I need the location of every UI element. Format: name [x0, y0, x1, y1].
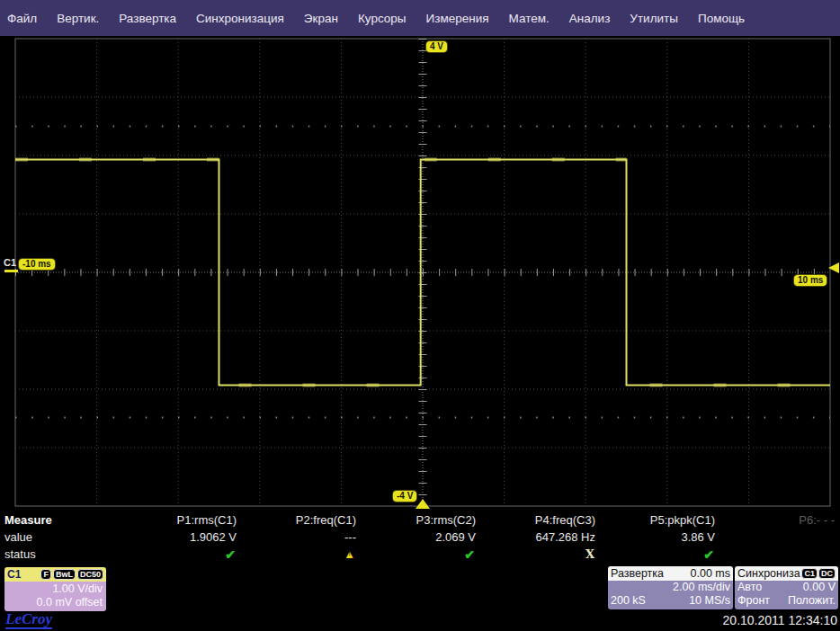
trigger-source-badges: C1 DC: [801, 568, 836, 579]
parameter-header-p2[interactable]: P2:freq(C1): [238, 513, 358, 530]
status-warning-icon: ▲!: [344, 547, 355, 561]
parameter-value-p2: ---: [238, 530, 358, 547]
parameter-header-p3[interactable]: P3:rms(C2): [358, 513, 478, 530]
right-time-badge: 10 ms: [794, 275, 827, 286]
parameter-value-p3: 2.069 V: [358, 530, 478, 547]
trigger-box-body: Авто 0.00 V Фронт Положит.: [735, 581, 838, 609]
timebase-descriptor-box[interactable]: Развертка 0.00 ms 2.00 ms/div 200 kS 10 …: [608, 566, 733, 609]
status-ok-icon: ✔: [703, 547, 714, 562]
oscilloscope-screen: ФайлВертик.РазверткаСинхронизацияЭкранКу…: [0, 0, 840, 631]
parameter-value-p4: 647.268 Hz: [478, 530, 597, 547]
timebase-samples: 200 kS: [611, 594, 646, 608]
parameter-value-p6: [717, 530, 836, 547]
trigger-slope: Положит.: [788, 594, 836, 608]
parameter-status-p3: ✔: [358, 547, 478, 564]
channel1-coupling-f-badge: F: [40, 569, 51, 580]
parameter-status-p4: X: [478, 547, 597, 564]
channel1-name: C1: [7, 568, 39, 581]
trigger-time-arrow-icon[interactable]: [416, 499, 430, 509]
lecroy-logo: LeCroy: [5, 611, 52, 629]
timebase-title: Развертка: [611, 567, 664, 580]
status-ok-icon: ✔: [225, 547, 236, 562]
trigger-source-badge: C1: [801, 568, 818, 579]
trigger-mode: Авто: [737, 581, 762, 594]
value-row-label: value: [0, 530, 119, 547]
channel1-box-body: 1.00 V/div 0.0 mV offset: [4, 582, 106, 611]
channel-label: C1: [4, 257, 16, 268]
channel1-offset: 0.0 mV offset: [8, 596, 103, 609]
trigger-slope-label: Фронт: [737, 594, 770, 608]
parameter-value-p1: 1.9062 V: [119, 530, 238, 547]
left-time-badge: -10 ms: [19, 259, 55, 270]
parameter-status-p5: ✔: [597, 547, 717, 564]
parameter-status-p2: ▲!: [238, 547, 358, 564]
parameter-header-p6[interactable]: P6:- - -: [717, 513, 836, 530]
timebase-scale: 2.00 ms/div: [673, 581, 730, 594]
parameter-header-p4[interactable]: P4:freq(C3): [478, 513, 597, 530]
trigger-descriptor-box[interactable]: Синхрониза C1 DC Авто 0.00 V Фронт Полож…: [735, 566, 838, 609]
channel1-descriptor-box[interactable]: C1 F BwL DC50 1.00 V/div 0.0 mV offset: [4, 567, 106, 611]
parameter-header-p1[interactable]: P1:rms(C1): [119, 513, 238, 530]
timebase-delay: 0.00 ms: [691, 567, 730, 580]
trigger-level: 0.00 V: [803, 581, 836, 594]
top-voltage-badge: 4 V: [426, 41, 447, 52]
measure-row-label: Measure: [0, 513, 119, 530]
parameter-header-p5[interactable]: P5:pkpk(C1): [597, 513, 717, 530]
parameter-status-p1: ✔: [119, 547, 238, 564]
trigger-box-header: Синхрониза C1 DC: [735, 566, 838, 581]
measure-table: MeasureP1:rms(C1)P2:freq(C1)P3:rms(C2)P4…: [0, 513, 840, 564]
trigger-title: Синхрониза: [737, 567, 800, 580]
status-ok-icon: ✔: [464, 547, 475, 562]
parameter-status-p6: [717, 547, 836, 564]
timebase-box-body: 2.00 ms/div 200 kS 10 MS/s: [608, 581, 733, 609]
datetime-display: 20.10.2011 12:34:10: [723, 613, 837, 627]
channel1-bwl-badge: BwL: [53, 569, 76, 580]
trigger-level-arrow-icon[interactable]: [828, 262, 839, 273]
timebase-box-header: Развертка 0.00 ms: [608, 566, 733, 581]
status-invalid-icon: X: [585, 547, 594, 561]
parameter-value-p5: 3.86 V: [597, 530, 717, 547]
channel1-volts-per-div: 1.00 V/div: [8, 582, 103, 596]
bottom-voltage-badge: -4 V: [393, 491, 416, 502]
timebase-sample-rate: 10 MS/s: [689, 594, 730, 608]
trigger-coupling-badge: DC: [818, 568, 836, 579]
channel-ground-marker[interactable]: [4, 270, 18, 272]
channel1-box-header: C1 F BwL DC50: [4, 567, 106, 582]
status-row-label: status: [0, 547, 119, 564]
channel1-dc50-badge: DC50: [77, 569, 103, 580]
